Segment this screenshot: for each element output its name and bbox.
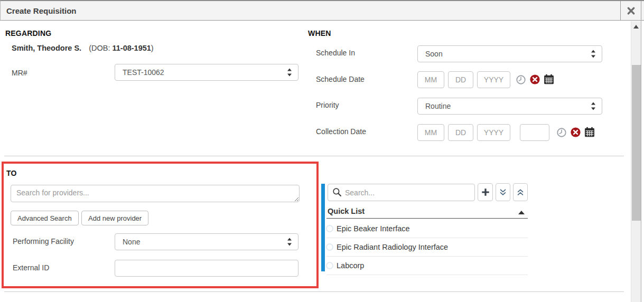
list-separator: [326, 275, 528, 275]
regarding-heading: REGARDING: [5, 29, 51, 37]
schedule-date-clear-button[interactable]: [530, 74, 540, 84]
priority-label: Priority: [316, 101, 339, 109]
calendar-icon: [544, 74, 554, 84]
expand-all-button[interactable]: [496, 183, 510, 201]
quick-list-item-label: Labcorp: [337, 261, 364, 270]
schedule-in-value: Soon: [425, 50, 443, 58]
quick-list-item-label: Epic Radiant Radiology Interface: [337, 243, 448, 251]
advanced-search-button[interactable]: Advanced Search: [11, 211, 79, 225]
performing-facility-select[interactable]: None: [115, 233, 298, 250]
priority-value: Routine: [425, 102, 451, 110]
close-icon: [627, 6, 636, 15]
mr-select[interactable]: TEST-10062: [115, 64, 298, 81]
schedule-date-time-button[interactable]: [516, 75, 526, 84]
chevron-updown-icon: [591, 102, 596, 110]
close-button[interactable]: [621, 1, 641, 21]
triangle-up-icon: [633, 25, 639, 29]
schedule-date-year-input[interactable]: [477, 71, 510, 88]
plus-icon: [481, 187, 490, 197]
double-chevron-up-icon: [516, 188, 525, 197]
dialog-titlebar: Create Requisition: [0, 0, 644, 21]
external-id-label: External ID: [13, 263, 49, 272]
create-requisition-dialog: Create Requisition REGARDING Smith, Theo…: [0, 0, 644, 302]
schedule-in-label: Schedule In: [316, 49, 355, 57]
dob-value: 11-08-1951: [112, 44, 151, 52]
quick-list-item[interactable]: Epic Radiant Radiology Interface: [325, 242, 528, 261]
collection-date-month-input[interactable]: [417, 124, 444, 141]
double-chevron-down-icon: [499, 188, 507, 197]
dialog-right-border: [641, 20, 641, 302]
when-heading: WHEN: [308, 29, 331, 37]
section-divider-bottom: [4, 291, 624, 292]
quick-list-divider: [326, 218, 528, 219]
list-separator: [326, 238, 528, 238]
chevron-updown-icon: [287, 69, 292, 77]
radio-icon[interactable]: [326, 243, 333, 251]
directory-search-input[interactable]: [328, 184, 475, 201]
to-heading: TO: [6, 169, 17, 177]
collection-date-clear-button[interactable]: [571, 127, 581, 137]
titlebar-right-divider: [641, 1, 641, 21]
add-to-list-button[interactable]: [478, 183, 493, 201]
collection-date-label: Collection Date: [316, 127, 366, 136]
schedule-date-day-input[interactable]: [448, 71, 473, 88]
dob-suffix: ): [151, 44, 154, 52]
schedule-in-select[interactable]: Soon: [417, 45, 602, 62]
chevron-updown-icon: [287, 238, 292, 246]
search-icon: [332, 187, 342, 199]
scrollbar-thumb[interactable]: [632, 65, 641, 221]
section-divider: [4, 156, 624, 156]
clear-circle-icon: [571, 127, 581, 137]
clock-icon: [557, 128, 566, 137]
external-id-input[interactable]: [115, 260, 298, 277]
directory-search: [328, 184, 475, 201]
quick-list-item[interactable]: Epic Beaker Interface: [325, 224, 528, 242]
collection-date-time-button[interactable]: [557, 128, 566, 137]
quick-list-heading[interactable]: Quick List: [328, 207, 365, 215]
collection-time-input[interactable]: [520, 124, 549, 141]
list-separator: [326, 256, 528, 257]
dob-label: (DOB:: [89, 44, 110, 52]
mr-select-value: TEST-10062: [123, 68, 164, 77]
sort-ascending-icon[interactable]: [518, 211, 525, 214]
schedule-date-label: Schedule Date: [316, 75, 365, 83]
collection-date-year-input[interactable]: [477, 124, 510, 141]
performing-facility-value: None: [123, 238, 140, 246]
clock-icon: [516, 75, 526, 84]
radio-icon[interactable]: [326, 262, 333, 269]
quick-list-item[interactable]: Labcorp: [325, 261, 528, 279]
collection-date-calendar-button[interactable]: [584, 127, 595, 137]
scroll-up-button[interactable]: [631, 21, 641, 32]
schedule-date-month-input[interactable]: [417, 71, 444, 88]
collection-date-day-input[interactable]: [448, 124, 473, 141]
provider-search-textarea[interactable]: [11, 185, 300, 202]
performing-facility-label: Performing Facility: [13, 237, 74, 246]
collapse-all-button[interactable]: [513, 183, 528, 201]
radio-icon[interactable]: [326, 225, 333, 232]
panel-accent-bar: [321, 184, 325, 271]
patient-line: Smith, Theodore S. (DOB: 11-08-1951): [12, 44, 154, 52]
patient-name: Smith, Theodore S.: [12, 44, 81, 52]
dialog-title: Create Requisition: [6, 1, 77, 21]
clear-circle-icon: [530, 74, 540, 84]
quick-list-item-label: Epic Beaker Interface: [337, 224, 410, 233]
schedule-date-calendar-button[interactable]: [544, 74, 554, 84]
chevron-updown-icon: [591, 50, 596, 58]
calendar-icon: [584, 127, 595, 137]
mr-label: MR#: [12, 69, 27, 77]
scrollbar[interactable]: [631, 21, 641, 302]
priority-select[interactable]: Routine: [417, 98, 602, 115]
add-new-provider-button[interactable]: Add new provider: [81, 211, 148, 225]
